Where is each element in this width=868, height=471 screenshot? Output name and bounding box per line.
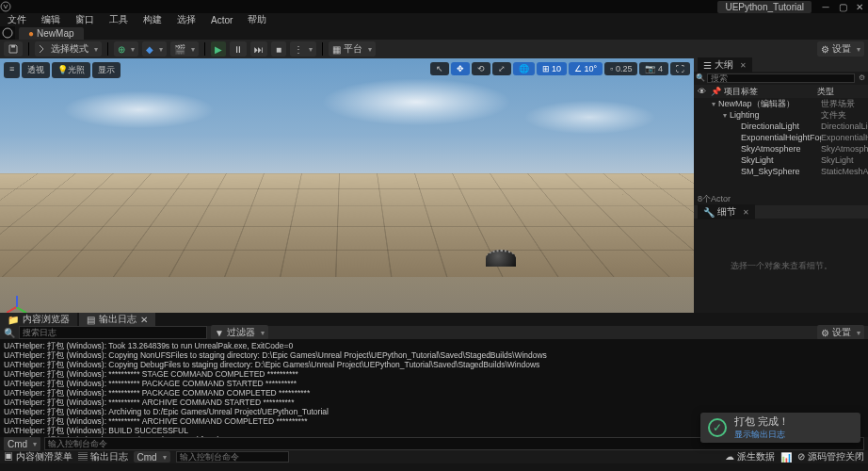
tree-row[interactable]: ▾Lighting文件夹 xyxy=(694,109,868,121)
toast-title: 打包 完成！ xyxy=(734,414,789,429)
tree-row[interactable]: ▾NewMap（编辑器）世界场景 xyxy=(694,98,868,109)
floor-grid xyxy=(0,173,694,276)
vp-grid-snap[interactable]: ⊞ 10 xyxy=(537,62,568,75)
close-button[interactable]: ✕ xyxy=(851,0,868,13)
project-name: UEPython_Tutorial xyxy=(717,1,812,13)
blueprint-dropdown[interactable]: ◆ xyxy=(142,41,167,57)
details-tab-row: 🔧细节✕ xyxy=(694,205,868,219)
vp-rotate-icon[interactable]: ⟲ xyxy=(472,62,490,75)
filter-icon[interactable]: ⚙ xyxy=(857,73,866,83)
cinematics-dropdown[interactable]: 🎬 xyxy=(170,41,199,57)
svg-rect-2 xyxy=(11,45,15,48)
vp-camera-speed[interactable]: 📷 4 xyxy=(639,62,668,75)
log-line: UATHelper: 打包 (Windows): ********** PACK… xyxy=(4,379,864,388)
source-control[interactable]: ⊘ 源码管控关闭 xyxy=(797,450,864,463)
viewport[interactable]: ≡ 透视 💡光照 显示 ↖ ✥ ⟲ ⤢ 🌐 ⊞ 10 ∠ 10° ▫ 0.25 … xyxy=(0,58,694,313)
log-search[interactable] xyxy=(19,326,207,339)
filter-icon: ▼ xyxy=(215,328,224,338)
platform-dropdown[interactable]: ▦平台 xyxy=(329,41,376,57)
statusbar: ▣ 内容侧滑菜单 ▤ 输出日志 Cmd ☁ 派生数据 📊 ⊘ 源码管控关闭 xyxy=(0,450,868,463)
vp-globe-icon[interactable]: 🌐 xyxy=(513,62,535,75)
map-tab[interactable]: ●NewMap xyxy=(19,27,84,40)
status-cmd-input[interactable] xyxy=(176,451,289,463)
outliner-search[interactable] xyxy=(707,73,855,83)
right-panel: ☰大纲✕ 🔍 ⚙ 👁 📌 项目标签 类型 ▾NewMap（编辑器）世界场景▾Li… xyxy=(694,58,868,313)
minimize-button[interactable]: ─ xyxy=(817,0,834,13)
tree-row[interactable]: DirectionalLightDirectionalLight xyxy=(694,121,868,132)
menu-file[interactable]: 文件 xyxy=(0,13,34,26)
log-line: UATHelper: 打包 (Windows): Took 13.264839s… xyxy=(4,341,864,350)
pause-button[interactable]: ⏸ xyxy=(230,41,247,57)
log-line: UATHelper: 打包 (Windows): ********** ARCH… xyxy=(4,398,864,407)
eye-icon[interactable]: 👁 xyxy=(698,87,707,96)
folder-icon: 📁 xyxy=(8,315,19,325)
mode-dropdown[interactable]: 选择模式 xyxy=(35,41,102,57)
cmd-type[interactable]: Cmd xyxy=(4,436,40,451)
content-drawer-button[interactable]: ▣ 内容侧滑菜单 xyxy=(4,450,72,463)
stats-icon[interactable]: 📊 xyxy=(780,452,792,463)
menu-build[interactable]: 构建 xyxy=(136,13,169,26)
outliner-footer: 8个Actor xyxy=(694,192,868,205)
log-filter[interactable]: ▼过滤器 xyxy=(211,325,268,340)
actor-sphere[interactable] xyxy=(486,250,516,267)
menubar: 文件 编辑 窗口 工具 构建 选择 Actor 帮助 xyxy=(0,13,868,26)
derived-data[interactable]: ☁ 派生数据 xyxy=(725,450,775,463)
close-icon[interactable]: ✕ xyxy=(740,61,747,70)
vp-menu-icon[interactable]: ≡ xyxy=(4,62,20,78)
menu-tools[interactable]: 工具 xyxy=(102,13,136,26)
tree-row[interactable]: SkyAtmosphereSkyAtmosphere xyxy=(694,143,868,154)
search-icon: 🔍 xyxy=(4,328,15,338)
settings-dropdown[interactable]: ⚙设置 xyxy=(817,41,864,57)
skip-button[interactable]: ⏭ xyxy=(250,41,267,57)
details-empty: 选择一个对象来查看细节。 xyxy=(694,219,868,313)
axis-gizmo xyxy=(6,284,28,307)
vp-angle-snap[interactable]: ∠ 10° xyxy=(569,62,603,75)
outliner-tab[interactable]: ☰大纲✕ xyxy=(698,57,752,73)
output-log-tab[interactable]: ▤输出日志✕ xyxy=(79,312,155,327)
details-tab[interactable]: 🔧细节✕ xyxy=(698,204,755,219)
outliner-tree[interactable]: ▾NewMap（编辑器）世界场景▾Lighting文件夹DirectionalL… xyxy=(694,98,868,192)
play-options[interactable]: ⋮ xyxy=(290,41,316,57)
menu-window[interactable]: 窗口 xyxy=(68,13,102,26)
vp-show[interactable]: 显示 xyxy=(92,62,121,78)
log-settings[interactable]: ⚙设置 xyxy=(817,325,864,340)
add-dropdown[interactable]: ⊕ xyxy=(114,41,138,57)
vp-select-icon[interactable]: ↖ xyxy=(430,62,449,75)
sky xyxy=(0,79,694,155)
menu-edit[interactable]: 编辑 xyxy=(34,13,68,26)
details-icon: 🔧 xyxy=(703,207,715,218)
log-line: UATHelper: 打包 (Windows): ********** STAG… xyxy=(4,369,864,379)
content-browser-tab[interactable]: 📁内容浏览器 xyxy=(0,312,77,327)
vp-perspective[interactable]: 透视 xyxy=(22,62,50,78)
maximize-button[interactable]: ▢ xyxy=(834,0,851,13)
close-icon[interactable]: ✕ xyxy=(743,208,749,217)
vp-lit[interactable]: 💡光照 xyxy=(52,62,90,78)
tree-row[interactable]: SkyLightSkyLight xyxy=(694,154,868,166)
gear-icon: ⚙ xyxy=(821,328,829,338)
svg-point-1 xyxy=(3,28,12,38)
play-button[interactable]: ▶ xyxy=(211,41,226,57)
pin-icon[interactable]: 📌 xyxy=(711,87,720,96)
titlebar: UEPython_Tutorial ─ ▢ ✕ xyxy=(0,0,868,13)
col-type[interactable]: 类型 xyxy=(817,86,864,98)
menu-actor[interactable]: Actor xyxy=(203,15,240,25)
vp-scale-snap[interactable]: ▫ 0.25 xyxy=(604,62,637,75)
vp-maximize-icon[interactable]: ⛶ xyxy=(670,62,690,75)
stop-button[interactable]: ■ xyxy=(271,41,286,57)
tree-row[interactable]: SM_SkySphereStaticMeshActor xyxy=(694,166,868,177)
vp-scale-icon[interactable]: ⤢ xyxy=(492,62,511,75)
tree-row[interactable]: ExponentialHeightFogExponentialHeightFog xyxy=(694,132,868,143)
col-label[interactable]: 项目标签 xyxy=(724,86,813,98)
log-line: UATHelper: 打包 (Windows): Copying DebugFi… xyxy=(4,360,864,369)
toast-link[interactable]: 显示输出日志 xyxy=(734,429,789,441)
outliner-tab-row: ☰大纲✕ xyxy=(694,58,868,72)
menu-select[interactable]: 选择 xyxy=(169,13,203,26)
status-log-button[interactable]: ▤ 输出日志 xyxy=(78,450,128,463)
vp-move-icon[interactable]: ✥ xyxy=(451,62,470,75)
close-icon[interactable]: ✕ xyxy=(140,315,148,325)
svg-point-0 xyxy=(1,2,10,11)
save-button[interactable] xyxy=(4,41,23,57)
log-toolbar: 🔍 ▼过滤器 ⚙设置 xyxy=(0,326,868,339)
status-cmd-type[interactable]: Cmd xyxy=(134,451,170,463)
menu-help[interactable]: 帮助 xyxy=(240,13,274,26)
